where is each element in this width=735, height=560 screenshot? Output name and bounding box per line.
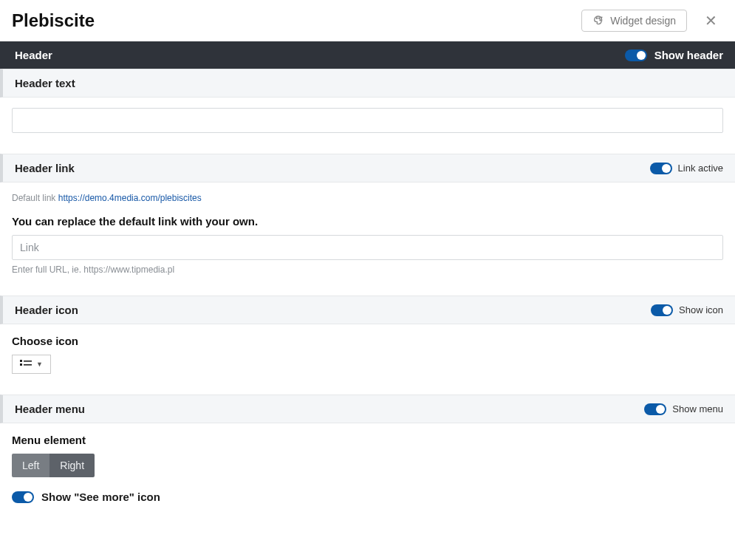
menu-element-label: Menu element [12, 434, 723, 446]
see-more-label: Show "See more" icon [41, 491, 160, 503]
topbar: Plebiscite Widget design ✕ [0, 0, 735, 41]
menu-position-segmented: Left Right [12, 454, 95, 477]
svg-rect-5 [20, 363, 22, 366]
section-header-icon-title: Header icon [15, 304, 78, 316]
link-hint: Enter full URL, ie. https://www.tipmedia… [12, 264, 723, 275]
show-icon-label: Show icon [679, 304, 723, 315]
svg-rect-4 [24, 361, 32, 362]
header-text-body [0, 98, 735, 154]
close-button[interactable]: ✕ [699, 9, 723, 33]
header-icon-body: Choose icon ▼ [0, 324, 735, 395]
section-header-link-title: Header link [15, 162, 75, 174]
section-header-menu: Header menu Show menu [0, 395, 735, 423]
section-header-title: Header [15, 49, 52, 61]
section-header-link: Header link Link active [0, 154, 735, 182]
section-header-main: Header Show header [0, 41, 735, 69]
show-header-toggle[interactable] [625, 49, 647, 61]
icon-picker[interactable]: ▼ [12, 355, 51, 374]
menu-position-right[interactable]: Right [49, 454, 95, 477]
show-menu-label: Show menu [672, 403, 723, 414]
show-menu-control: Show menu [644, 403, 723, 415]
svg-point-2 [600, 20, 601, 21]
see-more-row: Show "See more" icon [12, 491, 723, 503]
show-icon-control: Show icon [651, 304, 723, 316]
close-icon: ✕ [705, 13, 717, 29]
section-header-text: Header text [0, 69, 735, 98]
svg-point-1 [599, 18, 600, 18]
link-input[interactable] [12, 235, 723, 260]
svg-point-0 [597, 18, 598, 18]
svg-rect-6 [24, 364, 32, 366]
choose-icon-label: Choose icon [12, 335, 723, 347]
svg-rect-3 [20, 360, 22, 362]
header-text-input[interactable] [12, 108, 723, 133]
default-link-prefix: Default link [12, 193, 58, 203]
settings-content: Plebiscite Widget design ✕ Header S [0, 0, 735, 560]
widget-design-button[interactable]: Widget design [581, 10, 687, 32]
link-active-label: Link active [678, 163, 723, 174]
header-menu-body: Menu element Left Right Show "See more" … [0, 423, 735, 524]
header-link-body: Default link https://demo.4media.com/ple… [0, 182, 735, 296]
section-header-menu-title: Header menu [15, 403, 85, 415]
settings-scroll[interactable]: Plebiscite Widget design ✕ Header S [0, 0, 735, 560]
link-active-toggle[interactable] [650, 163, 672, 174]
default-link-line: Default link https://demo.4media.com/ple… [12, 193, 723, 203]
topbar-actions: Widget design ✕ [581, 9, 723, 33]
section-header-text-title: Header text [15, 77, 75, 89]
section-header-icon: Header icon Show icon [0, 296, 735, 324]
show-header-control: Show header [625, 49, 723, 61]
see-more-toggle[interactable] [12, 491, 34, 503]
menu-position-left[interactable]: Left [12, 454, 49, 477]
list-icon [20, 360, 32, 369]
show-header-label: Show header [654, 49, 723, 61]
link-active-control: Link active [650, 163, 723, 174]
palette-icon [592, 15, 604, 27]
show-icon-toggle[interactable] [651, 304, 673, 316]
replace-link-label: You can replace the default link with yo… [12, 215, 723, 228]
page-title: Plebiscite [12, 10, 95, 31]
default-link-url[interactable]: https://demo.4media.com/plebiscites [58, 193, 202, 203]
show-menu-toggle[interactable] [644, 403, 666, 415]
chevron-down-icon: ▼ [36, 361, 43, 368]
widget-design-label: Widget design [610, 15, 676, 27]
